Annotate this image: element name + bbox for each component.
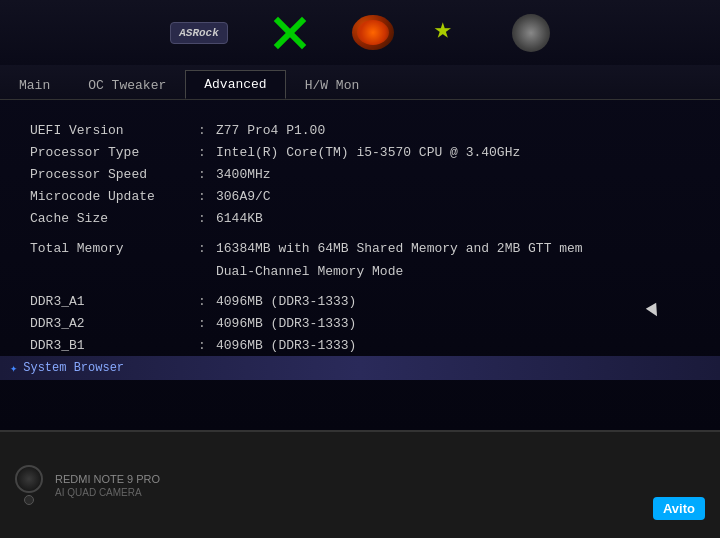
system-browser-label: System Browser	[23, 361, 124, 375]
tab-main[interactable]: Main	[0, 71, 69, 99]
processor-speed-row: Processor Speed : 3400MHz	[30, 164, 690, 186]
ddr3-b1-value: 4096MB (DDR3-1333)	[216, 335, 356, 357]
ddr3-a1-row: DDR3_A1 : 4096MB (DDR3-1333)	[30, 291, 690, 313]
camera-lens-main	[15, 465, 43, 493]
star-logo: ★	[434, 15, 472, 50]
tab-hw-monitor[interactable]: H/W Mon	[286, 71, 379, 99]
ddr3-a2-label: DDR3_A2	[30, 313, 190, 335]
ddr3-a1-sep: :	[198, 291, 208, 313]
asrock-logo: ASRock	[170, 22, 228, 44]
uefi-sep: :	[198, 120, 208, 142]
uefi-version-label: UEFI Version	[30, 120, 190, 142]
total-memory-value: 16384MB with 64MB Shared Memory and 2MB …	[216, 238, 583, 260]
cache-size-value: 6144KB	[216, 208, 263, 230]
processor-speed-label: Processor Speed	[30, 164, 190, 186]
asrock-logo-icon: ASRock	[170, 22, 228, 44]
ddr3-a1-label: DDR3_A1	[30, 291, 190, 313]
system-browser-icon: ✦	[10, 361, 17, 376]
camera-block	[15, 465, 43, 505]
microcode-row: Microcode Update : 306A9/C	[30, 186, 690, 208]
nav-tabs: Main OC Tweaker Advanced H/W Mon	[0, 64, 720, 99]
phone-model: REDMI NOTE 9 PRO	[55, 473, 160, 485]
total-memory-row: Total Memory : 16384MB with 64MB Shared …	[30, 238, 690, 260]
processor-type-value: Intel(R) Core(TM) i5-3570 CPU @ 3.40GHz	[216, 142, 520, 164]
bios-header: ASRock ★ Main OC Tweaker Advanced	[0, 0, 720, 100]
green-x-logo	[268, 13, 312, 53]
total-memory-value2: Dual-Channel Memory Mode	[216, 261, 403, 283]
cache-size-label: Cache Size	[30, 208, 190, 230]
uefi-version-row: UEFI Version : Z77 Pro4 P1.00	[30, 120, 690, 142]
ddr3-b1-sep: :	[198, 335, 208, 357]
microcode-value: 306A9/C	[216, 186, 271, 208]
ddr3-b1-label: DDR3_B1	[30, 335, 190, 357]
ddr3-a2-sep: :	[198, 313, 208, 335]
avito-badge[interactable]: Avito	[653, 497, 705, 520]
proc-type-sep: :	[198, 142, 208, 164]
processor-type-row: Processor Type : Intel(R) Core(TM) i5-35…	[30, 142, 690, 164]
ddr3-b1-row: DDR3_B1 : 4096MB (DDR3-1333)	[30, 335, 690, 357]
tab-oc-tweaker[interactable]: OC Tweaker	[69, 71, 185, 99]
phone-bottom-bar: REDMI NOTE 9 PRO AI QUAD CAMERA Avito	[0, 430, 720, 538]
total-memory-label: Total Memory	[30, 238, 190, 260]
mem-sep: :	[198, 238, 208, 260]
camera-lens-small	[24, 495, 34, 505]
circle-logo	[512, 14, 550, 52]
microcode-sep: :	[198, 186, 208, 208]
bios-screen: ASRock ★ Main OC Tweaker Advanced	[0, 0, 720, 430]
total-memory-row2: Dual-Channel Memory Mode	[30, 261, 690, 283]
spiral-icon	[352, 15, 394, 50]
circle-icon	[512, 14, 550, 52]
microcode-label: Microcode Update	[30, 186, 190, 208]
processor-speed-value: 3400MHz	[216, 164, 271, 186]
header-top: ASRock ★	[0, 0, 720, 65]
ddr3-a2-row: DDR3_A2 : 4096MB (DDR3-1333)	[30, 313, 690, 335]
green-x-icon	[268, 13, 312, 53]
proc-speed-sep: :	[198, 164, 208, 186]
cache-sep: :	[198, 208, 208, 230]
ddr3-a1-value: 4096MB (DDR3-1333)	[216, 291, 356, 313]
tab-advanced[interactable]: Advanced	[185, 70, 285, 99]
phone-info-block: REDMI NOTE 9 PRO AI QUAD CAMERA	[55, 473, 160, 498]
processor-type-label: Processor Type	[30, 142, 190, 164]
uefi-version-value: Z77 Pro4 P1.00	[216, 120, 325, 142]
star-icon: ★	[434, 15, 472, 50]
spiral-logo	[352, 15, 394, 50]
phone-camera-label: AI QUAD CAMERA	[55, 487, 160, 498]
system-browser-bar[interactable]: ✦ System Browser	[0, 356, 720, 380]
bios-content: UEFI Version : Z77 Pro4 P1.00 Processor …	[0, 100, 720, 399]
ddr3-a2-value: 4096MB (DDR3-1333)	[216, 313, 356, 335]
cache-size-row: Cache Size : 6144KB	[30, 208, 690, 230]
